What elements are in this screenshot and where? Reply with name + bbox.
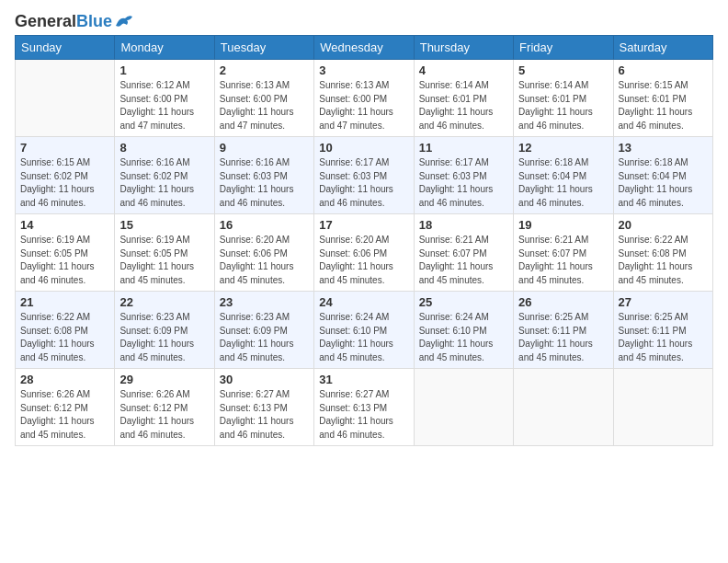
calendar-week-row: 7Sunrise: 6:15 AMSunset: 6:02 PMDaylight…	[16, 137, 713, 214]
calendar-day-cell: 9Sunrise: 6:16 AMSunset: 6:03 PMDaylight…	[214, 137, 313, 214]
day-number: 26	[518, 295, 608, 309]
day-info: Sunrise: 6:17 AMSunset: 6:03 PMDaylight:…	[319, 156, 408, 210]
day-of-week-header: Wednesday	[314, 36, 414, 60]
day-info: Sunrise: 6:27 AMSunset: 6:13 PMDaylight:…	[319, 388, 408, 442]
day-info: Sunrise: 6:24 AMSunset: 6:10 PMDaylight:…	[419, 311, 508, 364]
logo: GeneralBlue	[15, 9, 134, 29]
day-info: Sunrise: 6:27 AMSunset: 6:13 PMDaylight:…	[220, 388, 309, 442]
day-number: 10	[319, 141, 408, 155]
day-number: 27	[619, 295, 708, 309]
day-number: 31	[319, 373, 408, 386]
day-info: Sunrise: 6:15 AMSunset: 6:02 PMDaylight:…	[20, 156, 109, 210]
day-info: Sunrise: 6:24 AMSunset: 6:10 PMDaylight:…	[319, 311, 408, 364]
calendar-day-cell: 26Sunrise: 6:25 AMSunset: 6:11 PMDayligh…	[514, 292, 613, 369]
day-number: 11	[419, 141, 508, 155]
calendar-day-cell: 13Sunrise: 6:18 AMSunset: 6:04 PMDayligh…	[613, 137, 712, 214]
day-info: Sunrise: 6:12 AMSunset: 6:00 PMDaylight:…	[119, 79, 209, 132]
day-number: 15	[119, 218, 209, 232]
day-info: Sunrise: 6:16 AMSunset: 6:03 PMDaylight:…	[220, 156, 309, 210]
day-number: 23	[220, 295, 309, 309]
day-info: Sunrise: 6:23 AMSunset: 6:09 PMDaylight:…	[119, 311, 209, 364]
day-info: Sunrise: 6:22 AMSunset: 6:08 PMDaylight:…	[20, 311, 109, 364]
day-info: Sunrise: 6:13 AMSunset: 6:00 PMDaylight:…	[319, 79, 408, 132]
day-of-week-header: Monday	[115, 36, 214, 60]
day-number: 13	[619, 141, 708, 155]
calendar-day-cell: 10Sunrise: 6:17 AMSunset: 6:03 PMDayligh…	[314, 137, 414, 214]
calendar-day-cell: 8Sunrise: 6:16 AMSunset: 6:02 PMDaylight…	[115, 137, 214, 214]
day-number: 1	[119, 63, 209, 77]
day-number: 17	[319, 218, 408, 232]
calendar-day-cell	[613, 369, 712, 446]
logo-bird-icon	[114, 13, 134, 29]
day-info: Sunrise: 6:19 AMSunset: 6:05 PMDaylight:…	[20, 234, 109, 287]
calendar-day-cell: 12Sunrise: 6:18 AMSunset: 6:04 PMDayligh…	[514, 137, 613, 214]
calendar-day-cell: 7Sunrise: 6:15 AMSunset: 6:02 PMDaylight…	[16, 137, 115, 214]
day-number: 24	[319, 295, 408, 309]
day-of-week-header: Thursday	[414, 36, 513, 60]
calendar-day-cell: 31Sunrise: 6:27 AMSunset: 6:13 PMDayligh…	[314, 369, 414, 446]
calendar-day-cell: 15Sunrise: 6:19 AMSunset: 6:05 PMDayligh…	[115, 214, 214, 292]
day-number: 5	[518, 63, 608, 77]
logo-blue: Blue	[76, 12, 112, 30]
day-number: 3	[319, 63, 408, 77]
day-number: 8	[119, 141, 209, 155]
day-number: 28	[20, 373, 109, 386]
day-info: Sunrise: 6:20 AMSunset: 6:06 PMDaylight:…	[220, 234, 309, 287]
calendar-day-cell	[514, 369, 613, 446]
day-of-week-header: Friday	[514, 36, 613, 60]
calendar-day-cell: 2Sunrise: 6:13 AMSunset: 6:00 PMDaylight…	[214, 60, 313, 137]
day-number: 9	[220, 141, 309, 155]
day-info: Sunrise: 6:17 AMSunset: 6:03 PMDaylight:…	[419, 156, 508, 210]
calendar-day-cell: 25Sunrise: 6:24 AMSunset: 6:10 PMDayligh…	[414, 292, 513, 369]
day-number: 25	[419, 295, 508, 309]
day-number: 7	[20, 141, 109, 155]
calendar-day-cell	[414, 369, 513, 446]
calendar-day-cell: 14Sunrise: 6:19 AMSunset: 6:05 PMDayligh…	[16, 214, 115, 292]
calendar-day-cell: 23Sunrise: 6:23 AMSunset: 6:09 PMDayligh…	[214, 292, 313, 369]
calendar-day-cell: 20Sunrise: 6:22 AMSunset: 6:08 PMDayligh…	[613, 214, 712, 292]
day-number: 14	[20, 218, 109, 232]
calendar-day-cell: 1Sunrise: 6:12 AMSunset: 6:00 PMDaylight…	[115, 60, 214, 137]
header: GeneralBlue	[15, 9, 713, 29]
calendar-day-cell: 4Sunrise: 6:14 AMSunset: 6:01 PMDaylight…	[414, 60, 513, 137]
day-info: Sunrise: 6:15 AMSunset: 6:01 PMDaylight:…	[619, 79, 708, 132]
page: GeneralBlue SundayMondayTuesdayWednesday…	[0, 0, 728, 563]
day-info: Sunrise: 6:14 AMSunset: 6:01 PMDaylight:…	[518, 79, 608, 132]
logo-general: General	[15, 12, 76, 30]
day-info: Sunrise: 6:16 AMSunset: 6:02 PMDaylight:…	[119, 156, 209, 210]
calendar-week-row: 1Sunrise: 6:12 AMSunset: 6:00 PMDaylight…	[16, 60, 713, 137]
day-info: Sunrise: 6:23 AMSunset: 6:09 PMDaylight:…	[220, 311, 309, 364]
calendar-week-row: 28Sunrise: 6:26 AMSunset: 6:12 PMDayligh…	[16, 369, 713, 446]
day-info: Sunrise: 6:26 AMSunset: 6:12 PMDaylight:…	[119, 388, 209, 442]
calendar-day-cell: 27Sunrise: 6:25 AMSunset: 6:11 PMDayligh…	[613, 292, 712, 369]
calendar-day-cell: 19Sunrise: 6:21 AMSunset: 6:07 PMDayligh…	[514, 214, 613, 292]
day-of-week-header: Saturday	[613, 36, 712, 60]
day-info: Sunrise: 6:22 AMSunset: 6:08 PMDaylight:…	[619, 234, 708, 287]
day-number: 21	[20, 295, 109, 309]
calendar-week-row: 21Sunrise: 6:22 AMSunset: 6:08 PMDayligh…	[16, 292, 713, 369]
calendar-day-cell: 21Sunrise: 6:22 AMSunset: 6:08 PMDayligh…	[16, 292, 115, 369]
logo-text: GeneralBlue	[15, 13, 112, 29]
day-info: Sunrise: 6:18 AMSunset: 6:04 PMDaylight:…	[518, 156, 608, 210]
day-of-week-header: Tuesday	[214, 36, 313, 60]
calendar-day-cell: 30Sunrise: 6:27 AMSunset: 6:13 PMDayligh…	[214, 369, 313, 446]
day-info: Sunrise: 6:25 AMSunset: 6:11 PMDaylight:…	[619, 311, 708, 364]
day-number: 4	[419, 63, 508, 77]
day-info: Sunrise: 6:21 AMSunset: 6:07 PMDaylight:…	[419, 234, 508, 287]
calendar-day-cell: 3Sunrise: 6:13 AMSunset: 6:00 PMDaylight…	[314, 60, 414, 137]
calendar-day-cell: 16Sunrise: 6:20 AMSunset: 6:06 PMDayligh…	[214, 214, 313, 292]
calendar-day-cell: 24Sunrise: 6:24 AMSunset: 6:10 PMDayligh…	[314, 292, 414, 369]
day-number: 2	[220, 63, 309, 77]
day-number: 20	[619, 218, 708, 232]
calendar-day-cell: 11Sunrise: 6:17 AMSunset: 6:03 PMDayligh…	[414, 137, 513, 214]
day-info: Sunrise: 6:14 AMSunset: 6:01 PMDaylight:…	[419, 79, 508, 132]
calendar-day-cell	[16, 60, 115, 137]
calendar-day-cell: 29Sunrise: 6:26 AMSunset: 6:12 PMDayligh…	[115, 369, 214, 446]
day-number: 16	[220, 218, 309, 232]
day-number: 18	[419, 218, 508, 232]
day-info: Sunrise: 6:13 AMSunset: 6:00 PMDaylight:…	[220, 79, 309, 132]
day-info: Sunrise: 6:20 AMSunset: 6:06 PMDaylight:…	[319, 234, 408, 287]
day-number: 29	[119, 373, 209, 386]
calendar-table: SundayMondayTuesdayWednesdayThursdayFrid…	[15, 35, 713, 446]
calendar-day-cell: 22Sunrise: 6:23 AMSunset: 6:09 PMDayligh…	[115, 292, 214, 369]
